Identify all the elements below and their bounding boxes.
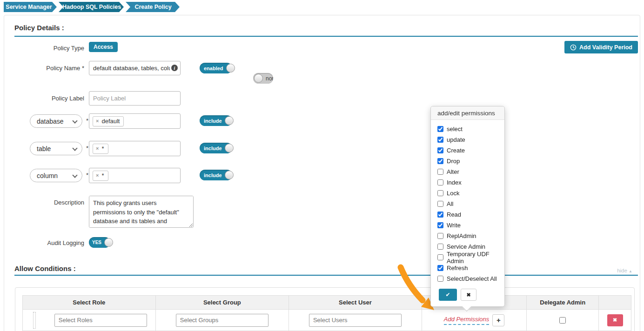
permission-checkbox-update[interactable]	[437, 137, 443, 143]
permission-item: Service Admin	[437, 243, 501, 250]
audit-logging-toggle-label: YES	[92, 240, 101, 245]
audit-logging-label: Audit Logging	[4, 239, 84, 246]
select-roles-input[interactable]	[54, 314, 147, 327]
allow-conditions-divider	[14, 275, 638, 276]
permission-checkbox-index[interactable]	[437, 179, 443, 185]
resource-type-select-database[interactable]: database	[30, 114, 82, 128]
policy-enabled-toggle[interactable]: enabled	[200, 63, 232, 73]
include-toggle-label: include	[204, 172, 222, 178]
permission-checkbox-alter[interactable]	[437, 169, 443, 175]
policy-name-label: Policy Name *	[4, 65, 84, 72]
header-select-group: Select Group	[156, 296, 289, 309]
resource-value-input-column[interactable]: ×*	[89, 168, 181, 183]
remove-icon[interactable]: ×	[96, 118, 99, 124]
audit-logging-toggle[interactable]: YES	[89, 237, 110, 248]
permission-label: Drop	[447, 158, 460, 165]
description-label: Description	[4, 199, 84, 206]
description-textarea[interactable]: This policy grants users permissions to …	[89, 196, 194, 228]
permission-item: update	[437, 136, 501, 143]
toggle-knob	[225, 144, 234, 152]
select-users-input[interactable]	[309, 314, 402, 327]
policy-override-toggle[interactable]: nor	[253, 73, 273, 84]
policy-type-label: Policy Type	[4, 45, 84, 52]
permission-item: Create	[437, 147, 501, 154]
header-actions	[599, 296, 631, 309]
policy-enabled-toggle-label: enabled	[204, 66, 223, 71]
permission-checkbox-read[interactable]	[437, 212, 443, 218]
clock-icon	[570, 44, 577, 51]
permission-checkbox-select-deselect-all[interactable]	[437, 276, 443, 282]
resource-type-select-column[interactable]: column	[30, 169, 82, 182]
resource-value-input-database[interactable]: ×default	[89, 113, 181, 129]
breadcrumb-service-manager[interactable]: Service Manager	[4, 2, 57, 12]
resource-type-value: column	[37, 172, 58, 179]
resource-row-database: database * ×default include	[4, 113, 640, 129]
toggle-knob	[225, 171, 234, 179]
permission-item: Refresh	[437, 265, 501, 271]
info-icon: i	[171, 65, 178, 71]
permissions-popup-title: add/edit permissions	[431, 106, 504, 120]
permission-label: Service Admin	[447, 243, 485, 250]
resource-tag: ×default	[93, 116, 124, 126]
permission-checkbox-all[interactable]	[437, 201, 443, 207]
permission-item: Index	[437, 179, 501, 186]
permission-item: Write	[437, 222, 501, 229]
required-marker: *	[86, 145, 88, 152]
required-marker: *	[86, 117, 88, 124]
include-toggle-database[interactable]: include	[200, 115, 232, 126]
header-select-user: Select User	[289, 296, 422, 309]
permission-checkbox-drop[interactable]	[437, 158, 443, 164]
policy-name-input[interactable]	[89, 61, 181, 75]
chevron-down-icon	[72, 118, 77, 123]
drag-handle[interactable]	[33, 312, 36, 329]
caret-up-icon: ▲	[629, 269, 632, 273]
permission-label: update	[447, 136, 465, 143]
policy-label-label: Policy Label	[4, 95, 84, 102]
table-row: Add Permissions + ✖	[23, 309, 631, 331]
permission-item: select	[437, 126, 501, 132]
breadcrumb-create-policy[interactable]: Create Policy	[126, 2, 180, 12]
policy-type-badge: Access	[89, 42, 118, 52]
permission-checkbox-refresh[interactable]	[437, 265, 443, 271]
permission-item: Select/Deselect All	[437, 275, 501, 282]
permission-checkbox-select[interactable]	[437, 126, 443, 132]
delegate-admin-checkbox[interactable]	[559, 317, 566, 324]
include-toggle-column[interactable]: include	[200, 170, 232, 180]
permission-label: ReplAdmin	[447, 232, 476, 239]
hide-label: hide	[617, 268, 627, 273]
add-validity-period-button[interactable]: Add Validity Period	[564, 41, 638, 53]
permission-label: All	[447, 200, 453, 207]
resource-type-select-table[interactable]: table	[30, 142, 82, 155]
hide-section-link[interactable]: hide ▲	[617, 268, 632, 273]
resource-value-input-table[interactable]: ×*	[89, 141, 181, 156]
resource-row-table: table * ×* include	[4, 141, 640, 157]
permissions-confirm-button[interactable]: ✔	[439, 289, 457, 301]
allow-conditions-box: Select Role Select Group Select User Del…	[15, 287, 635, 331]
add-permissions-link[interactable]: Add Permissions	[444, 316, 490, 325]
select-groups-input[interactable]	[176, 314, 268, 327]
chevron-down-icon	[72, 146, 77, 151]
remove-icon[interactable]: ×	[96, 172, 99, 178]
permission-label: Read	[447, 211, 461, 218]
permission-label: Temporary UDF Admin	[447, 251, 501, 265]
resource-type-value: table	[37, 145, 51, 152]
permission-checkbox-service-admin[interactable]	[437, 244, 443, 250]
permissions-cancel-button[interactable]: ✖	[461, 289, 476, 301]
permission-checkbox-repladmin[interactable]	[437, 233, 443, 239]
policy-form-panel: Policy Details : Policy Type Access Add …	[4, 15, 640, 331]
policy-details-divider	[14, 36, 638, 37]
include-toggle-table[interactable]: include	[200, 143, 232, 153]
remove-icon[interactable]: ×	[96, 146, 99, 151]
header-select-role: Select Role	[23, 296, 156, 309]
create-policy-page: Service Manager Hadoop SQL Policies Crea…	[0, 0, 644, 331]
permission-checkbox-temporary-udf-admin[interactable]	[437, 254, 443, 260]
permission-checkbox-lock[interactable]	[437, 190, 443, 196]
permission-checkbox-create[interactable]	[437, 147, 443, 153]
add-permissions-plus-button[interactable]: +	[492, 314, 504, 326]
policy-label-input[interactable]	[89, 91, 181, 106]
delete-row-button[interactable]: ✖	[607, 314, 623, 326]
required-marker: *	[86, 172, 88, 179]
breadcrumb-hadoop-sql-policies[interactable]: Hadoop SQL Policies	[59, 2, 124, 12]
breadcrumb: Service Manager Hadoop SQL Policies Crea…	[4, 2, 180, 12]
permission-checkbox-write[interactable]	[437, 222, 443, 228]
